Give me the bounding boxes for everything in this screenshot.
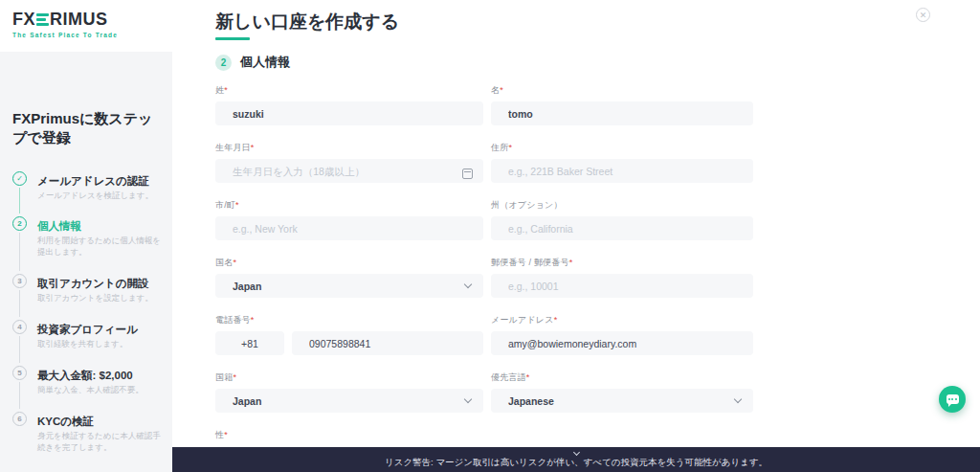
last-name-label: 姓* xyxy=(215,84,483,97)
first-name-label: 名* xyxy=(491,84,753,97)
step-check-icon: ✓ xyxy=(12,171,27,186)
field-postal: 郵便番号 / 郵便番号* xyxy=(491,257,753,298)
step-title: 取引アカウントの開設 xyxy=(37,278,149,289)
registration-stepper: ✓ メールアドレスの認証 メールアドレスを検証します。 2 個人情報 利用を開始… xyxy=(12,171,163,469)
field-state: 州（オプション） xyxy=(491,199,753,240)
language-select[interactable]: Japanese xyxy=(491,389,753,413)
step-item-trading-account[interactable]: 3 取引アカウントの開設 取引アカウントを設定します。 xyxy=(12,274,163,320)
last-name-input[interactable] xyxy=(215,101,483,125)
country-label: 国名* xyxy=(215,257,483,269)
postal-label: 郵便番号 / 郵便番号* xyxy=(491,257,753,269)
risk-warning-bar: リスク警告: マージン取引は高いリスクが伴い、すべての投資元本を失う可能性があり… xyxy=(172,447,980,472)
live-chat-button[interactable] xyxy=(939,386,966,413)
chevron-down-icon xyxy=(734,395,742,403)
step-number: 5 xyxy=(12,366,27,380)
postal-input[interactable] xyxy=(491,274,753,298)
field-nationality: 国籍* Japan xyxy=(215,371,483,413)
state-input[interactable] xyxy=(491,216,753,240)
email-input[interactable] xyxy=(491,331,753,355)
logo-rimus-text: RIMUS xyxy=(50,10,108,30)
chat-bubble-icon xyxy=(947,394,959,404)
gender-label: 性* xyxy=(215,429,483,441)
step-desc: 取引経験を共有します。 xyxy=(37,339,138,350)
step-desc: 利用を開始するために個人情報を提出します。 xyxy=(37,236,163,258)
registration-sidebar: FX RIMUS The Safest Place To Trade FXPri… xyxy=(0,0,172,472)
personal-info-form: 姓* 名* 生年月日* 住所* 市/町* xyxy=(215,84,746,470)
address-label: 住所* xyxy=(491,142,753,154)
field-address: 住所* xyxy=(491,142,753,183)
section-title: 個人情報 xyxy=(240,54,290,71)
brand-tagline: The Safest Place To Trade xyxy=(12,32,172,38)
field-phone: 電話番号* xyxy=(215,314,483,355)
step-item-kyc-verification[interactable]: 6 KYCの検証 身元を検証するために本人確認手続きを完了します。 xyxy=(12,412,163,469)
step-title: メールアドレスの認証 xyxy=(37,175,149,187)
step-item-max-deposit[interactable]: 5 最大入金額: $2,000 簡単な入金、本人確認不要。 xyxy=(12,366,163,412)
step-desc: 取引アカウントを設定します。 xyxy=(37,293,153,304)
field-last-name: 姓* xyxy=(215,84,483,125)
step-number: 3 xyxy=(12,274,27,288)
step-desc: 簡単な入金、本人確認不要。 xyxy=(37,385,144,396)
step-number: 4 xyxy=(12,320,27,334)
country-select-value: Japan xyxy=(233,281,261,292)
field-city: 市/町* xyxy=(215,199,483,240)
nationality-label: 国籍* xyxy=(215,371,483,384)
field-language: 優先言語* Japanese xyxy=(491,371,753,413)
state-label: 州（オプション） xyxy=(491,199,753,212)
field-email: メールアドレス* xyxy=(491,314,753,355)
phone-label: 電話番号* xyxy=(215,314,483,326)
step-title: 最大入金額: $2,000 xyxy=(37,370,133,381)
step-title: KYCの検証 xyxy=(37,416,94,427)
step-desc: メールアドレスを検証します。 xyxy=(37,191,153,202)
step-number: 2 xyxy=(12,216,27,231)
risk-warning-text: リスク警告: マージン取引は高いリスクが伴い、すべての投資元本を失う可能性があり… xyxy=(385,457,768,469)
dob-input[interactable] xyxy=(215,159,483,183)
first-name-input[interactable] xyxy=(491,101,753,125)
brand-logo: FX RIMUS The Safest Place To Trade xyxy=(0,0,172,52)
email-label: メールアドレス* xyxy=(491,314,753,326)
step-item-investor-profile[interactable]: 4 投資家プロフィール 取引経験を共有します。 xyxy=(12,320,163,366)
step-title: 投資家プロフィール xyxy=(37,324,138,335)
step-desc: 身元を検証するために本人確認手続きを完了します。 xyxy=(37,431,163,454)
step-title: 個人情報 xyxy=(37,220,81,232)
language-label: 優先言語* xyxy=(491,371,753,384)
sidebar-heading: FXPrimusに数ステップで登録 xyxy=(12,109,159,148)
language-select-value: Japanese xyxy=(508,395,554,407)
chevron-down-icon xyxy=(464,281,472,288)
field-dob: 生年月日* xyxy=(215,142,483,183)
step-badge: 2 xyxy=(215,55,232,71)
country-select[interactable]: Japan xyxy=(215,274,483,298)
step-number: 6 xyxy=(12,412,27,426)
title-accent-bar xyxy=(215,37,250,40)
address-input[interactable] xyxy=(491,159,753,183)
account-creation-panel: ✕ 新しい口座を作成する 2 個人情報 姓* 名* 生年月日* xyxy=(172,0,980,472)
collapse-chevron-icon[interactable] xyxy=(572,449,579,456)
field-first-name: 名* xyxy=(491,84,753,125)
logo-fx-text: FX xyxy=(12,10,35,30)
field-country: 国名* Japan xyxy=(215,257,483,298)
dob-label: 生年月日* xyxy=(215,142,483,154)
phone-number-input[interactable] xyxy=(292,331,483,355)
calendar-icon[interactable] xyxy=(462,169,473,179)
step-item-personal-info[interactable]: 2 個人情報 利用を開始するために個人情報を提出します。 xyxy=(12,216,163,274)
nationality-select-value: Japan xyxy=(233,395,261,407)
nationality-select[interactable]: Japan xyxy=(215,389,483,413)
logo-p-bars-icon xyxy=(36,13,49,26)
page-title: 新しい口座を作成する xyxy=(215,10,746,34)
phone-country-code-input[interactable] xyxy=(215,331,284,355)
close-icon[interactable]: ✕ xyxy=(916,8,930,22)
step-item-email-verification[interactable]: ✓ メールアドレスの認証 メールアドレスを検証します。 xyxy=(12,171,163,217)
chevron-down-icon xyxy=(464,395,472,403)
city-label: 市/町* xyxy=(215,199,483,212)
city-input[interactable] xyxy=(215,216,483,240)
